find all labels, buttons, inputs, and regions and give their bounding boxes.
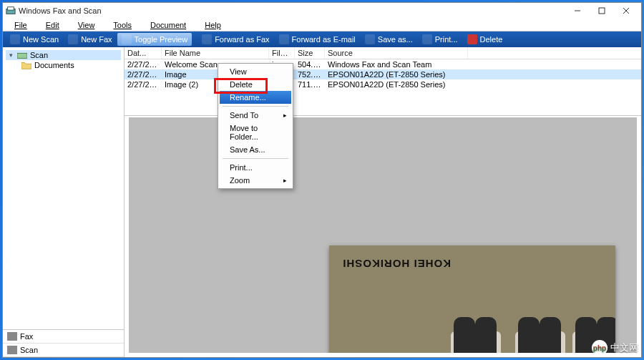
- preview-icon: [122, 34, 132, 44]
- save-as-button[interactable]: Save as...: [361, 33, 417, 46]
- context-menu: View Delete Rename... Send To▸ Move to F…: [218, 63, 293, 189]
- delete-icon: [467, 34, 477, 44]
- titlebar[interactable]: Windows Fax and Scan: [3, 3, 641, 19]
- menu-tools[interactable]: Tools: [104, 20, 140, 30]
- chevron-right-icon: ▸: [283, 112, 287, 119]
- toolbar: New Scan New Fax Toggle Preview Forward …: [3, 31, 641, 47]
- delete-button[interactable]: Delete: [463, 33, 507, 46]
- scanner-icon: [7, 346, 17, 354]
- watermark: php 中文网: [592, 340, 638, 356]
- ctx-send-to[interactable]: Send To▸: [220, 109, 291, 122]
- menubar: File Edit View Tools Document Help: [3, 19, 641, 31]
- col-filetype[interactable]: File Type: [269, 47, 295, 59]
- tree-node-documents[interactable]: Documents: [6, 60, 121, 70]
- col-source[interactable]: Source: [325, 47, 468, 59]
- figure-art: [515, 288, 572, 357]
- switch-scan[interactable]: Scan: [3, 344, 124, 357]
- view-switcher: Fax Scan: [3, 329, 124, 357]
- column-headers: Dat... File Name File Type Size Source: [125, 47, 641, 59]
- forward-as-email-button[interactable]: Forward as E-mail: [275, 33, 360, 46]
- ctx-zoom[interactable]: Zoom▸: [220, 174, 291, 187]
- print-icon: [422, 34, 432, 44]
- forward-as-fax-button[interactable]: Forward as Fax: [197, 33, 273, 46]
- col-size[interactable]: Size: [295, 47, 325, 59]
- scan-caption: KOHEI HORIKOSHI: [342, 258, 451, 270]
- save-icon: [365, 34, 375, 44]
- ctx-delete[interactable]: Delete: [220, 78, 291, 91]
- app-icon: [6, 6, 16, 16]
- table-row[interactable]: 2/27/202... Image (2) 711.0 KB EPSON01A2…: [125, 79, 641, 89]
- new-fax-button[interactable]: New Fax: [64, 33, 116, 46]
- table-row[interactable]: 2/27/202... Welcome Scan jpg 504.3 KB Wi…: [125, 59, 641, 69]
- scanned-image: KOHEI HORIKOSHI: [329, 245, 615, 357]
- app-window: Windows Fax and Scan File Edit View Tool…: [2, 2, 642, 358]
- window-title: Windows Fax and Scan: [19, 6, 565, 15]
- ctx-move-to-folder[interactable]: Move to Folder...: [220, 122, 291, 143]
- menu-view[interactable]: View: [69, 20, 104, 30]
- menu-file[interactable]: File: [6, 20, 36, 30]
- toggle-preview-button[interactable]: Toggle Preview: [117, 33, 192, 46]
- ctx-view[interactable]: View: [220, 65, 291, 78]
- new-scan-button[interactable]: New Scan: [6, 33, 63, 46]
- figure-art: [451, 288, 508, 357]
- scanner-icon: [10, 34, 20, 44]
- col-filename[interactable]: File Name: [162, 47, 269, 59]
- minimize-button[interactable]: [565, 4, 590, 18]
- menu-help[interactable]: Help: [196, 20, 230, 30]
- preview-pane[interactable]: KOHEI HORIKOSHI: [125, 116, 641, 357]
- fax-icon: [68, 34, 78, 44]
- svg-rect-3: [599, 8, 605, 14]
- svg-rect-6: [17, 53, 27, 58]
- menu-edit[interactable]: Edit: [37, 20, 68, 30]
- folder-tree: ▾ Scan Documents: [3, 47, 124, 329]
- sidebar: ▾ Scan Documents Fax Scan: [3, 47, 125, 357]
- switch-fax[interactable]: Fax: [3, 330, 124, 344]
- tree-node-scan[interactable]: ▾ Scan: [6, 50, 121, 60]
- separator: [223, 158, 288, 159]
- maximize-button[interactable]: [590, 4, 614, 18]
- fax-icon: [7, 332, 17, 341]
- forward-fax-icon: [202, 34, 212, 44]
- menu-document[interactable]: Document: [142, 20, 195, 30]
- ctx-print[interactable]: Print...: [220, 161, 291, 174]
- body: ▾ Scan Documents Fax Scan Dat... File Na…: [3, 47, 641, 357]
- file-list: Dat... File Name File Type Size Source 2…: [125, 47, 641, 116]
- folder-icon: [21, 61, 31, 69]
- ctx-save-as[interactable]: Save As...: [220, 143, 291, 156]
- main-pane: Dat... File Name File Type Size Source 2…: [125, 47, 641, 357]
- svg-rect-1: [8, 7, 14, 10]
- tree-label: Documents: [34, 61, 74, 69]
- chevron-right-icon: ▸: [283, 177, 287, 184]
- print-button[interactable]: Print...: [418, 33, 462, 46]
- collapse-icon[interactable]: ▾: [7, 52, 14, 59]
- php-logo-icon: php: [592, 340, 608, 356]
- scanner-folder-icon: [17, 51, 27, 59]
- tree-label: Scan: [30, 51, 48, 59]
- close-button[interactable]: [614, 4, 638, 18]
- forward-email-icon: [279, 34, 289, 44]
- col-date[interactable]: Dat...: [125, 47, 162, 59]
- table-row[interactable]: 2/27/202... Image 752.3 KB EPSON01A22D (…: [125, 69, 641, 79]
- separator: [223, 106, 288, 107]
- ctx-rename[interactable]: Rename...: [220, 91, 291, 104]
